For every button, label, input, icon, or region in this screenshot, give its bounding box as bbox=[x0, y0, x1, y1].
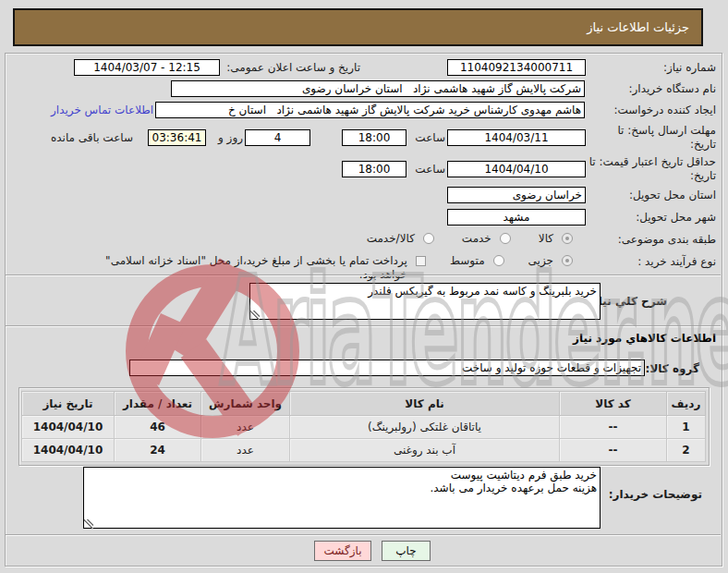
delivery-province-input[interactable] bbox=[447, 187, 586, 203]
goods-table-wrapper: ردیف کد کالا نام کالا واحد شمارش تعداد /… bbox=[18, 387, 710, 466]
goods-table: ردیف کد کالا نام کالا واحد شمارش تعداد /… bbox=[21, 391, 706, 462]
process-type-options: جزیی متوسط پرداخت تمام یا بخشی از مبلغ خ… bbox=[84, 254, 573, 282]
radio-jozii[interactable] bbox=[562, 255, 573, 266]
cell-goods-name: یاتاقان غلتکی (رولبرینگ) bbox=[290, 416, 560, 439]
radio-motevasset-label: متوسط bbox=[450, 254, 485, 267]
print-button[interactable]: چاپ bbox=[382, 541, 431, 561]
cell-count-unit: عدد bbox=[201, 439, 290, 462]
radio-khedmat-label: خدمت bbox=[462, 232, 491, 245]
days-label: روز و bbox=[218, 131, 243, 145]
treasury-checkbox[interactable] bbox=[416, 256, 426, 266]
announce-datetime-input[interactable] bbox=[74, 59, 220, 76]
delivery-city-input[interactable] bbox=[447, 209, 586, 226]
need-number-label: شماره نیاز: bbox=[663, 61, 716, 75]
goods-section-title: اطلاعات کالاهاي مورد نیاز bbox=[573, 332, 716, 345]
price-validity-date-input[interactable] bbox=[447, 161, 586, 177]
classification-label: طبقه بندی موضوعی: bbox=[618, 233, 716, 247]
cell-quantity: 46 bbox=[115, 416, 201, 439]
announce-datetime-label: تاریخ و ساعت اعلان عمومی: bbox=[226, 61, 360, 75]
countdown-label: ساعت باقی مانده bbox=[51, 131, 133, 145]
response-deadline-time-input[interactable] bbox=[342, 129, 406, 146]
cell-goods-name: آب بند روغنی bbox=[290, 439, 560, 462]
table-row: 1 -- یاتاقان غلتکی (رولبرینگ) عدد 46 140… bbox=[22, 416, 706, 439]
goods-group-input[interactable] bbox=[129, 360, 645, 376]
back-button[interactable]: بازگشت bbox=[314, 541, 371, 561]
cell-goods-code: -- bbox=[560, 439, 667, 462]
need-description-textarea[interactable]: خرید بلبرینگ و کاسه نمد مربوط به گیربکس … bbox=[249, 283, 601, 320]
radio-kala-khedmat[interactable] bbox=[423, 233, 434, 244]
page-title-bar: جزئیات اطلاعات نیاز bbox=[13, 8, 703, 46]
cell-quantity: 24 bbox=[115, 439, 201, 462]
buyer-notes-textarea[interactable]: خرید طبق فرم دیتاشیت پیوست هزینه حمل برع… bbox=[83, 467, 601, 529]
response-hour-label: ساعت bbox=[415, 131, 445, 145]
response-deadline-label: مهلت ارسال پاسخ: تا تاریخ: bbox=[598, 124, 716, 152]
cell-need-date: 1404/04/10 bbox=[22, 416, 115, 439]
col-goods-code: کد کالا bbox=[560, 392, 667, 416]
goods-group-label: گروه کالا: bbox=[646, 362, 699, 376]
radio-jozii-label: جزیی bbox=[528, 254, 553, 267]
section-divider bbox=[6, 325, 721, 327]
section-divider bbox=[6, 534, 721, 536]
buyer-contact-link[interactable]: اطلاعات تماس خریدار bbox=[51, 104, 153, 116]
radio-kala-khedmat-label: کالا/خدمت bbox=[367, 232, 415, 245]
delivery-city-label: شهر محل تحویل: bbox=[636, 211, 716, 225]
col-need-date: تاریخ نیاز bbox=[22, 392, 115, 416]
cell-need-date: 1404/04/10 bbox=[22, 439, 115, 462]
countdown-timer bbox=[148, 129, 206, 146]
radio-khedmat[interactable] bbox=[500, 233, 511, 244]
table-row: 2 -- آب بند روغنی عدد 24 1404/04/10 bbox=[22, 439, 706, 462]
request-creator-input[interactable] bbox=[155, 102, 585, 118]
process-type-label: نوع فرآیند خرید : bbox=[637, 255, 716, 269]
col-quantity: تعداد / مقدار bbox=[115, 392, 201, 416]
response-deadline-date-input[interactable] bbox=[447, 129, 586, 146]
col-row-number: ردیف bbox=[667, 392, 706, 416]
buyer-org-label: نام دستگاه خریدار: bbox=[629, 82, 717, 96]
radio-motevasset[interactable] bbox=[493, 255, 504, 266]
col-goods-name: نام کالا bbox=[290, 392, 560, 416]
price-validity-label: حداقل تاریخ اعتبار قیمت: تا تاریخ: bbox=[587, 155, 716, 183]
request-creator-label: ایجاد کننده درخواست: bbox=[613, 104, 716, 117]
cell-count-unit: عدد bbox=[201, 416, 290, 439]
radio-kala-label: کالا bbox=[539, 232, 553, 245]
col-count-unit: واحد شمارش bbox=[201, 392, 290, 416]
classification-options: کالا خدمت کالا/خدمت bbox=[367, 232, 573, 245]
price-validity-hour-label: ساعت bbox=[415, 163, 445, 177]
treasury-checkbox-label: پرداخت تمام یا بخشی از مبلغ خرید،از محل … bbox=[84, 254, 407, 282]
cell-goods-code: -- bbox=[560, 416, 667, 439]
cell-row-number: 2 bbox=[667, 439, 706, 462]
radio-kala[interactable] bbox=[562, 233, 573, 244]
need-number-input[interactable] bbox=[447, 59, 586, 76]
days-remaining-input[interactable] bbox=[245, 129, 310, 146]
buyer-notes-label: توضیحات خریدار: bbox=[609, 488, 702, 502]
section-divider bbox=[6, 274, 721, 276]
cell-row-number: 1 bbox=[667, 416, 706, 439]
buyer-org-input[interactable] bbox=[171, 80, 585, 97]
delivery-province-label: استان محل تحویل: bbox=[629, 189, 716, 202]
price-validity-time-input[interactable] bbox=[342, 161, 406, 177]
page-title: جزئیات اطلاعات نیاز bbox=[587, 20, 689, 34]
goods-table-header-row: ردیف کد کالا نام کالا واحد شمارش تعداد /… bbox=[22, 392, 706, 416]
